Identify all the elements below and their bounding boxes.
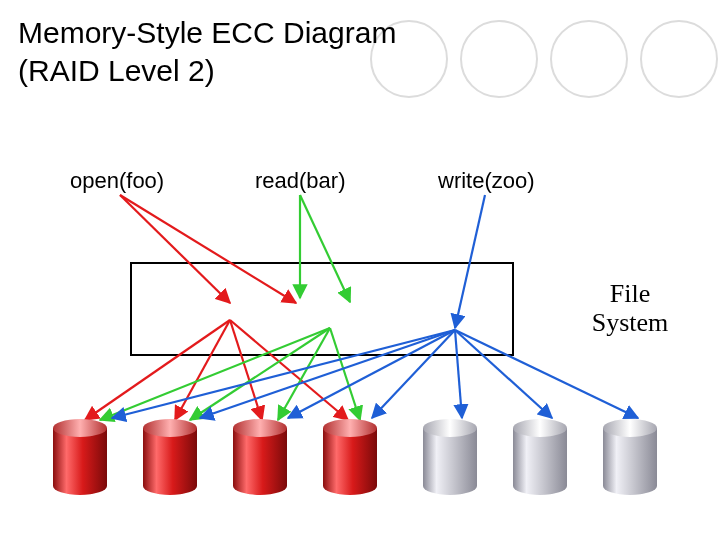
svg-point-2	[53, 419, 107, 437]
title-line-1: Memory-Style ECC Diagram	[18, 16, 396, 49]
svg-point-11	[323, 419, 377, 437]
parity-disk	[513, 419, 567, 495]
data-disk	[323, 419, 377, 495]
page-title: Memory-Style ECC Diagram (RAID Level 2)	[18, 14, 396, 89]
parity-disk	[423, 419, 477, 495]
svg-point-16	[513, 477, 567, 495]
decorative-circle	[460, 20, 538, 98]
data-disk	[233, 419, 287, 495]
svg-rect-6	[233, 428, 287, 486]
svg-rect-15	[513, 428, 567, 486]
fs-label-line-2: System	[592, 308, 669, 337]
svg-point-4	[143, 477, 197, 495]
file-system-box	[130, 262, 514, 356]
svg-rect-9	[323, 428, 377, 486]
svg-point-10	[323, 477, 377, 495]
svg-point-19	[603, 477, 657, 495]
data-disk	[143, 419, 197, 495]
svg-point-1	[53, 477, 107, 495]
svg-point-5	[143, 419, 197, 437]
data-disk	[53, 419, 107, 495]
parity-disk	[603, 419, 657, 495]
svg-rect-12	[423, 428, 477, 486]
svg-point-13	[423, 477, 477, 495]
decorative-circle	[550, 20, 628, 98]
svg-point-20	[603, 419, 657, 437]
file-system-label: File System	[575, 280, 685, 337]
svg-rect-0	[53, 428, 107, 486]
svg-rect-3	[143, 428, 197, 486]
svg-rect-18	[603, 428, 657, 486]
op-write-label: write(zoo)	[438, 168, 535, 194]
svg-point-7	[233, 477, 287, 495]
title-line-2: (RAID Level 2)	[18, 54, 215, 87]
svg-point-17	[513, 419, 567, 437]
op-read-label: read(bar)	[255, 168, 345, 194]
disks	[53, 419, 657, 495]
svg-point-14	[423, 419, 477, 437]
decorative-circle	[640, 20, 718, 98]
fs-label-line-1: File	[610, 279, 650, 308]
svg-point-8	[233, 419, 287, 437]
op-open-label: open(foo)	[70, 168, 164, 194]
